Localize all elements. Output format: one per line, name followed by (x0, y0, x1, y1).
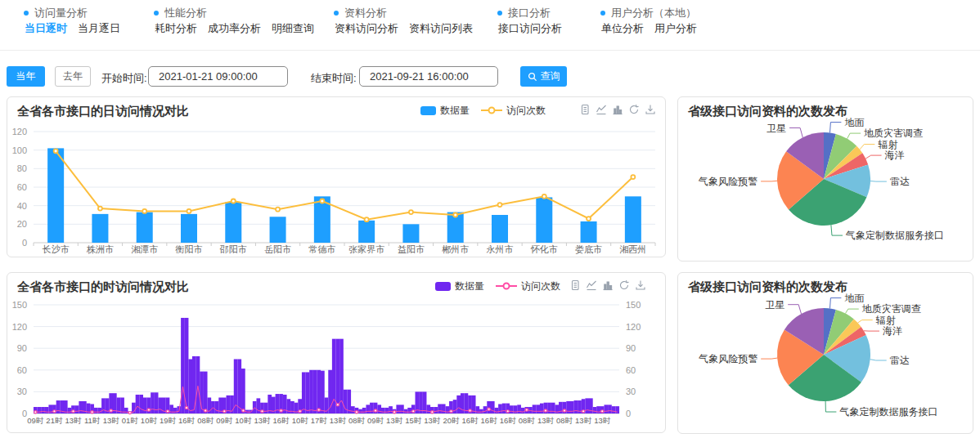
bar[interactable] (264, 403, 268, 413)
bar[interactable] (302, 372, 306, 413)
bar[interactable] (317, 370, 321, 413)
bar[interactable] (453, 400, 457, 413)
bar[interactable] (45, 407, 49, 413)
download-icon[interactable] (635, 279, 646, 291)
bar[interactable] (192, 356, 196, 413)
bar[interactable] (158, 397, 162, 413)
nav-item[interactable]: 用户分析 (654, 21, 697, 36)
bar[interactable] (517, 405, 521, 413)
bar[interactable] (533, 405, 537, 413)
bar[interactable] (68, 408, 72, 413)
search-button[interactable]: 查询 (520, 66, 567, 87)
bar[interactable] (362, 408, 366, 413)
bar[interactable] (407, 408, 411, 413)
bar[interactable] (377, 405, 381, 413)
bar[interactable] (540, 404, 544, 413)
bar[interactable] (173, 408, 178, 413)
start-time-input[interactable] (148, 66, 288, 87)
nav-item[interactable]: 耗时分析 (155, 21, 197, 36)
bar[interactable] (47, 148, 64, 243)
bar[interactable] (547, 403, 551, 413)
end-time-input[interactable] (359, 66, 498, 87)
bar[interactable] (585, 398, 589, 413)
bar[interactable] (479, 409, 483, 413)
bar[interactable] (139, 395, 143, 413)
bar[interactable] (491, 401, 495, 413)
legend-item[interactable]: 访问次数 (481, 104, 546, 118)
bar[interactable] (404, 409, 408, 413)
bar[interactable] (188, 360, 192, 414)
bar[interactable] (137, 212, 153, 243)
legend-item[interactable]: 数据量 (435, 279, 484, 293)
bar[interactable] (313, 370, 317, 413)
nav-item[interactable]: 成功率分析 (208, 21, 261, 36)
bar[interactable] (120, 397, 124, 413)
bar[interactable] (385, 408, 389, 413)
bar[interactable] (426, 405, 430, 413)
bar[interactable] (237, 360, 241, 414)
bar[interactable] (101, 398, 106, 413)
bar-chart-icon[interactable] (612, 104, 623, 115)
bar[interactable] (181, 318, 185, 413)
bar[interactable] (306, 372, 310, 413)
bar[interactable] (41, 407, 45, 413)
bar[interactable] (270, 217, 286, 243)
bar[interactable] (155, 392, 159, 413)
nav-item[interactable]: 当月逐日 (78, 21, 120, 36)
bar[interactable] (370, 403, 374, 413)
bar[interactable] (75, 405, 79, 413)
nav-item[interactable]: 单位分析 (601, 21, 644, 36)
restore-icon[interactable] (628, 104, 640, 115)
bar[interactable] (381, 408, 385, 413)
bar[interactable] (400, 405, 404, 413)
bar[interactable] (498, 404, 502, 413)
data-view-icon[interactable] (579, 104, 591, 115)
nav-item[interactable]: 资料访问列表 (409, 21, 473, 36)
bar[interactable] (625, 196, 641, 243)
bar[interactable] (536, 197, 552, 243)
bar[interactable] (442, 404, 446, 413)
bar[interactable] (396, 405, 400, 413)
nav-item[interactable]: 当日逐时 (25, 21, 67, 36)
bar[interactable] (593, 407, 597, 413)
bar[interactable] (608, 405, 612, 413)
bar[interactable] (79, 401, 83, 413)
bar[interactable] (351, 406, 355, 413)
bar[interactable] (536, 405, 540, 413)
bar[interactable] (389, 406, 393, 413)
bar[interactable] (434, 407, 438, 413)
bar[interactable] (366, 405, 370, 413)
bar[interactable] (215, 401, 219, 413)
bar[interactable] (225, 202, 241, 243)
bar[interactable] (604, 405, 608, 413)
bar[interactable] (136, 395, 140, 413)
bar[interactable] (309, 370, 313, 413)
current-year-button[interactable]: 当年 (7, 66, 45, 87)
bar[interactable] (402, 224, 419, 243)
bar[interactable] (574, 400, 578, 413)
nav-item[interactable]: 资料访问分析 (335, 21, 398, 36)
bar[interactable] (97, 408, 101, 413)
bar[interactable] (321, 371, 325, 413)
nav-item[interactable]: 接口访问分析 (498, 21, 562, 36)
last-year-button[interactable]: 去年 (55, 66, 91, 87)
line-chart-icon[interactable] (586, 279, 597, 291)
bar[interactable] (181, 214, 197, 243)
restore-icon[interactable] (618, 279, 630, 291)
download-icon[interactable] (645, 104, 656, 115)
bar[interactable] (358, 409, 362, 413)
bar[interactable] (38, 407, 42, 413)
bar[interactable] (196, 356, 200, 413)
bar[interactable] (492, 215, 508, 243)
bar[interactable] (56, 400, 61, 413)
data-view-icon[interactable] (569, 279, 581, 291)
nav-item[interactable]: 明细查询 (272, 21, 314, 36)
bar[interactable] (204, 372, 208, 413)
bar[interactable] (241, 369, 245, 413)
bar[interactable] (92, 214, 108, 243)
bar[interactable] (483, 406, 488, 413)
bar[interactable] (151, 392, 155, 413)
line-chart-icon[interactable] (596, 104, 607, 115)
legend-item[interactable]: 数据量 (420, 104, 470, 118)
bar[interactable] (456, 396, 461, 413)
